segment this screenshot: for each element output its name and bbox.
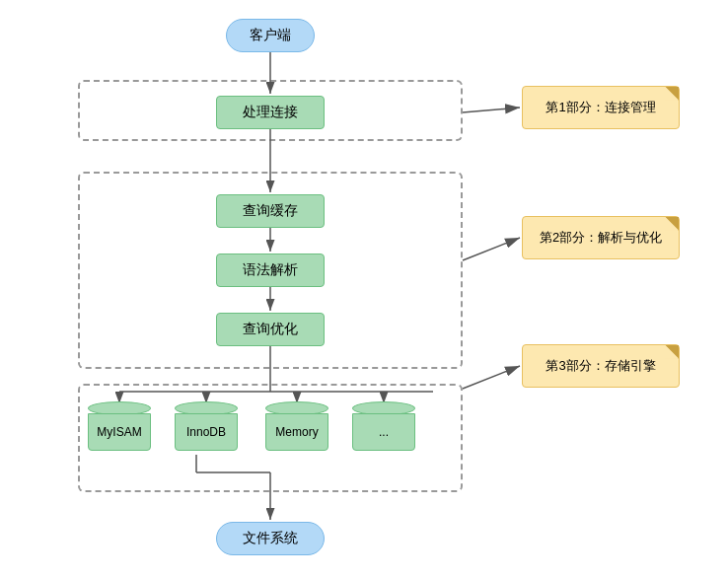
- process-node: 处理连接: [216, 96, 325, 129]
- filesystem-node: 文件系统: [216, 522, 325, 555]
- memory-cyl-body: Memory: [265, 413, 328, 451]
- myisam-cyl-body: MyISAM: [88, 413, 151, 451]
- cache-node: 查询缓存: [216, 194, 325, 228]
- parse-node: 语法解析: [216, 253, 325, 287]
- architecture-diagram: 客户端 处理连接 查询缓存 语法解析 查询优化 MyISAM InnoDB Me…: [19, 9, 709, 571]
- optimize-node: 查询优化: [216, 313, 325, 346]
- svg-line-16: [463, 238, 520, 260]
- note-query: 第2部分：解析与优化: [522, 216, 680, 259]
- note-connection: 第1部分：连接管理: [522, 86, 680, 129]
- client-node: 客户端: [226, 19, 315, 52]
- svg-line-17: [463, 366, 520, 389]
- svg-line-15: [463, 108, 520, 112]
- note-storage: 第3部分：存储引擎: [522, 344, 680, 388]
- innodb-cyl-body: InnoDB: [175, 413, 238, 451]
- dots-cyl-body: ...: [352, 413, 415, 451]
